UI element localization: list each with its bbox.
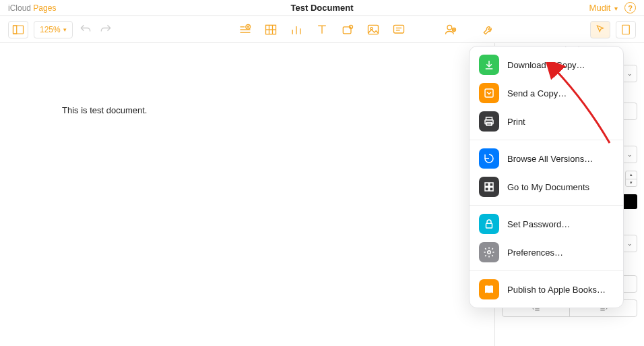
document-text: This is test document. <box>0 43 469 115</box>
svg-rect-1 <box>13 26 17 34</box>
menu-publish[interactable]: Publish to Apple Books… <box>470 275 623 304</box>
chevron-down-icon: ⌄ <box>627 240 633 247</box>
brand-app: Pages <box>33 3 56 13</box>
menu-label: Publish to Apple Books… <box>507 285 606 295</box>
svg-rect-55 <box>485 188 488 191</box>
document-canvas[interactable]: This is test document. <box>0 43 469 346</box>
menu-preferences[interactable]: Preferences… <box>470 238 623 266</box>
svg-rect-28 <box>622 25 630 34</box>
svg-rect-21 <box>394 25 404 33</box>
svg-rect-53 <box>485 183 488 186</box>
tools-icon[interactable] <box>481 22 496 37</box>
zoom-value: 125% <box>40 25 61 34</box>
menu-label: Send a Copy… <box>507 88 567 98</box>
font-size-stepper[interactable]: ▴▾ <box>625 171 637 187</box>
menu-gotodocs[interactable]: Go to My Documents <box>470 173 623 201</box>
stepper-down-icon: ▾ <box>626 179 637 187</box>
book-icon <box>479 279 499 299</box>
insert-button[interactable] <box>238 22 253 37</box>
tools-menu: Download a Copy… Send a Copy… Print Brow… <box>469 46 624 308</box>
help-button[interactable]: ? <box>624 2 636 13</box>
menu-password[interactable]: Set Password… <box>470 210 623 238</box>
chevron-down-icon: ▾ <box>63 26 67 33</box>
chart-icon[interactable] <box>289 22 304 37</box>
brand-prefix: iCloud <box>8 3 33 13</box>
document-options-button[interactable] <box>616 21 636 38</box>
gear-icon <box>479 242 499 262</box>
menu-label: Preferences… <box>507 248 563 258</box>
chevron-down-icon: ▾ <box>614 5 618 12</box>
menu-browse[interactable]: Browse All Versions… <box>470 144 623 173</box>
header: iCloud Pages Test Document Mudit ▾ ? <box>0 0 644 16</box>
stepper-up-icon: ▴ <box>626 171 637 179</box>
media-icon[interactable] <box>366 22 381 37</box>
svg-rect-54 <box>490 183 493 186</box>
menu-label: Print <box>507 117 525 127</box>
brand[interactable]: iCloud Pages <box>8 3 56 13</box>
svg-rect-56 <box>490 188 493 191</box>
send-icon <box>479 83 499 103</box>
user-name: Mudit <box>589 3 611 13</box>
shape-icon[interactable] <box>340 22 355 37</box>
documents-icon <box>479 177 499 197</box>
svg-rect-49 <box>485 89 493 97</box>
menu-label: Go to My Documents <box>507 182 589 192</box>
chevron-down-icon: ⌄ <box>627 151 633 158</box>
view-button[interactable] <box>8 21 28 38</box>
svg-rect-19 <box>368 25 379 34</box>
print-icon <box>479 111 499 132</box>
collaborate-icon[interactable] <box>443 22 458 37</box>
svg-rect-0 <box>13 26 24 34</box>
history-icon <box>479 148 499 169</box>
menu-print[interactable]: Print <box>470 107 623 136</box>
svg-point-24 <box>447 25 452 30</box>
menu-label: Download a Copy… <box>507 60 585 70</box>
document-title: Test Document <box>291 3 354 13</box>
chevron-down-icon: ⌄ <box>627 70 633 77</box>
undo-button[interactable] <box>78 22 93 37</box>
text-icon[interactable] <box>315 22 329 37</box>
menu-send[interactable]: Send a Copy… <box>470 79 623 107</box>
user-menu[interactable]: Mudit ▾ <box>589 3 618 13</box>
format-button[interactable] <box>590 21 610 38</box>
download-icon <box>479 55 499 75</box>
table-icon[interactable] <box>263 22 278 37</box>
toolbar: 125%▾ <box>0 16 644 43</box>
redo-button[interactable] <box>98 22 113 37</box>
lock-icon <box>479 214 499 234</box>
menu-label: Set Password… <box>507 219 570 229</box>
menu-label: Browse All Versions… <box>507 154 593 164</box>
zoom-selector[interactable]: 125%▾ <box>34 21 73 38</box>
svg-rect-57 <box>486 223 492 228</box>
svg-point-58 <box>488 251 491 254</box>
comment-icon[interactable] <box>391 22 406 37</box>
menu-download[interactable]: Download a Copy… <box>470 51 623 79</box>
